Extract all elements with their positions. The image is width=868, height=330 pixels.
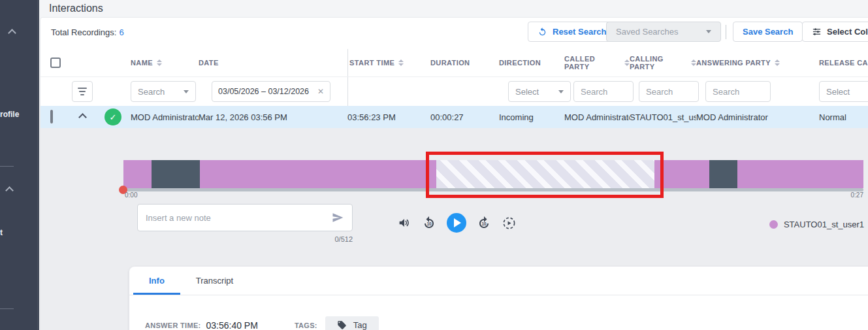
filter-cell-icon	[71, 81, 101, 102]
waveform-segment-voice[interactable]	[654, 160, 709, 188]
volume-icon[interactable]	[397, 216, 411, 230]
waveform-segment-hold[interactable]	[152, 160, 200, 188]
tag-button[interactable]: Tag	[325, 316, 379, 330]
name-filter-select[interactable]: Search	[131, 81, 196, 102]
play-icon	[454, 218, 461, 227]
note-input[interactable]	[146, 213, 331, 223]
tab-info[interactable]: Info	[133, 267, 180, 295]
chevron-down-icon	[558, 90, 564, 93]
select-columns-button[interactable]: Select Columns	[802, 22, 868, 42]
sidebar-divider	[0, 166, 14, 167]
total-recordings-count: 6	[119, 27, 123, 37]
detail-card: Info Transcript ANSWER TIME: 03:56:40 PM…	[129, 267, 868, 330]
row-cell-calling-party: STAUTO01_st_user1	[630, 112, 696, 122]
sort-icon	[398, 59, 404, 66]
row-cell-duration: 00:00:27	[430, 112, 499, 122]
tags-label: TAGS:	[295, 322, 317, 329]
sidebar-item-bottom[interactable]: t	[0, 228, 3, 237]
column-header-release-cause[interactable]: RELEASE CAUSE	[781, 49, 868, 76]
reset-search-label: Reset Search	[553, 27, 606, 37]
status-check-avatar: ✓	[104, 108, 121, 125]
expanded-recording-panel: 0:00 0:27 0/512 10 10	[40, 128, 868, 330]
filter-cell-calling-party	[630, 81, 696, 102]
answer-time-value: 03:56:40 PM	[206, 320, 257, 330]
sidebar-section-collapse-icon[interactable]	[7, 188, 12, 193]
column-header-answering-party[interactable]: ANSWERING PARTY	[696, 49, 781, 76]
row-cell-start-time: 03:56:23 PM	[347, 112, 430, 122]
waveform-segment-voice[interactable]	[123, 160, 152, 188]
note-input-box	[137, 204, 353, 231]
select-columns-label: Select Columns	[827, 27, 868, 37]
filter-cell-date: 03/05/2026 – 03/12/2026✕	[199, 81, 347, 102]
row-cell-checkbox	[40, 111, 71, 123]
detail-tabs: Info Transcript	[129, 267, 868, 295]
playback-speed-icon[interactable]	[502, 216, 517, 231]
sort-icon	[691, 59, 696, 66]
sidebar-item-profile[interactable]: rofile	[0, 110, 19, 119]
rewind-10-icon[interactable]: 10	[421, 215, 437, 231]
calling-party-filter-input[interactable]	[639, 81, 699, 102]
recording-row[interactable]: ✓ MOD Administrator Mar 12, 2026 03:56 P…	[40, 106, 868, 128]
row-checkbox[interactable]	[50, 110, 53, 124]
row-cell-status: ✓	[101, 108, 131, 125]
waveform-segment-hatch[interactable]	[436, 160, 654, 188]
column-header-date[interactable]: DATE	[199, 49, 347, 76]
legend-label: STAUTO01_st_user1	[784, 220, 864, 229]
header-cell-checkbox	[40, 49, 71, 76]
filter-cell-called-party	[564, 81, 630, 102]
save-search-button[interactable]: Save Search	[733, 22, 803, 42]
table-header-row: NAME DATE START TIME DURATION DIRECTION …	[40, 49, 868, 77]
called-party-filter-input[interactable]	[573, 81, 634, 102]
column-header-duration[interactable]: DURATION	[430, 49, 499, 76]
row-cell-answering-party: MOD Administrator	[696, 112, 781, 122]
filter-list-icon[interactable]	[72, 81, 93, 102]
recordings-panel: Total Recordings:6 Reset Search Saved Se…	[40, 18, 868, 330]
sidebar-collapse-icon[interactable]	[9, 30, 15, 36]
reset-icon	[538, 27, 547, 37]
row-cell-date: Mar 12, 2026 03:56 PM	[199, 112, 347, 122]
play-button[interactable]	[447, 213, 466, 233]
direction-filter-select[interactable]: Select	[508, 81, 571, 102]
column-header-start-time[interactable]: START TIME	[347, 49, 430, 76]
forward-10-icon[interactable]: 10	[476, 215, 492, 231]
svg-text:10: 10	[481, 222, 487, 226]
row-cell-release-cause: Normal	[781, 112, 868, 122]
tag-button-label: Tag	[353, 320, 367, 330]
header-cell-expander	[71, 49, 101, 76]
answering-party-filter-input[interactable]	[705, 81, 771, 102]
column-header-direction[interactable]: DIRECTION	[499, 49, 564, 76]
collapse-row-icon[interactable]	[80, 114, 86, 120]
select-all-checkbox[interactable]	[50, 58, 61, 68]
reset-search-button[interactable]: Reset Search	[528, 22, 616, 42]
time-start-label: 0:00	[125, 191, 137, 199]
sidebar-divider	[0, 308, 14, 309]
chevron-down-icon	[184, 90, 189, 93]
playback-controls: 10 10	[397, 213, 517, 233]
waveform-track[interactable]	[123, 188, 863, 191]
filter-cell-start-time	[347, 77, 430, 106]
saved-searches-label: Saved Searches	[616, 27, 678, 37]
chevron-down-icon	[706, 30, 711, 33]
waveform-segment-voice[interactable]	[200, 160, 437, 188]
column-header-called-party[interactable]: CALLED PARTY	[564, 49, 630, 76]
waveform-segment-voice[interactable]	[737, 160, 863, 188]
clear-date-icon[interactable]: ✕	[317, 87, 324, 96]
sort-icon	[624, 59, 630, 66]
column-header-name[interactable]: NAME	[131, 49, 199, 76]
note-character-counter: 0/512	[313, 235, 353, 243]
filter-cell-answering-party	[696, 81, 781, 102]
waveform-bar[interactable]	[123, 160, 863, 188]
interactions-page: rofile t Interactions Total Recordings:6…	[0, 0, 868, 330]
total-recordings: Total Recordings:6	[51, 27, 124, 37]
tab-transcript[interactable]: Transcript	[180, 267, 249, 295]
filter-cell-release-cause: Select	[781, 81, 868, 102]
date-range-filter[interactable]: 03/05/2026 – 03/12/2026✕	[212, 81, 330, 102]
speaker-legend: STAUTO01_st_user1	[769, 220, 864, 229]
release-cause-filter-select[interactable]: Select	[819, 81, 868, 102]
column-header-calling-party[interactable]: CALLING PARTY	[630, 49, 696, 76]
waveform-segment-hold[interactable]	[709, 160, 737, 188]
page-title: Interactions	[49, 3, 103, 14]
sort-icon	[157, 59, 162, 66]
saved-searches-select[interactable]: Saved Searches	[606, 22, 721, 42]
send-note-icon[interactable]	[331, 211, 344, 224]
